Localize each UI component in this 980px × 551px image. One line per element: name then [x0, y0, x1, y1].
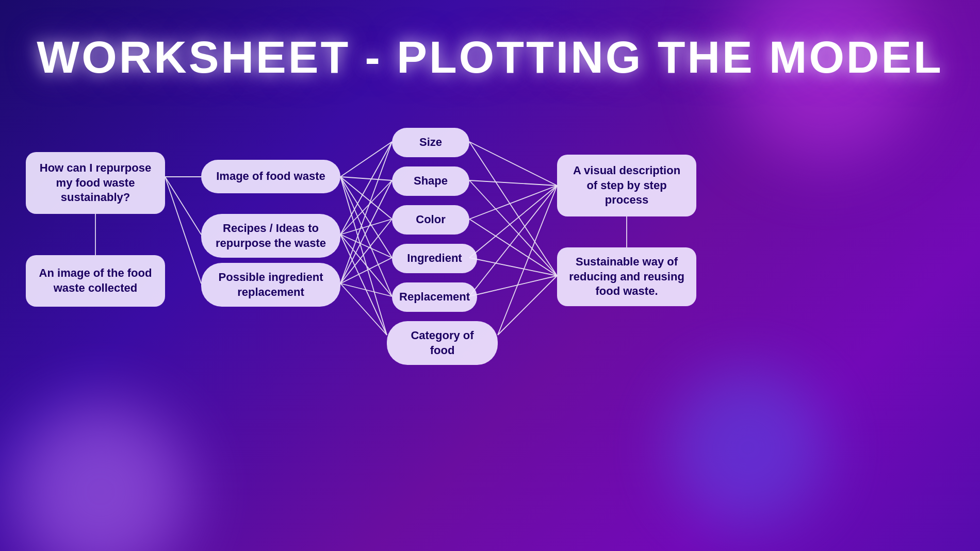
- svg-line-16: [340, 142, 392, 283]
- svg-line-19: [340, 258, 392, 283]
- svg-line-33: [498, 276, 557, 335]
- svg-line-29: [469, 180, 557, 276]
- svg-line-20: [340, 283, 392, 296]
- svg-line-4: [340, 142, 392, 177]
- bg-blob-pink2: [10, 402, 191, 551]
- svg-line-23: [469, 180, 557, 186]
- svg-line-14: [340, 235, 392, 296]
- recipes-node: Recipes / Ideas to repurpose the waste: [201, 214, 340, 258]
- svg-line-30: [469, 219, 557, 276]
- color-node: Color: [392, 205, 469, 235]
- svg-line-15: [340, 235, 387, 335]
- svg-line-32: [469, 276, 557, 296]
- svg-line-9: [340, 177, 387, 335]
- svg-line-26: [469, 186, 557, 296]
- svg-line-31: [469, 258, 557, 276]
- svg-line-6: [340, 177, 392, 219]
- size-node: Size: [392, 128, 469, 157]
- sustainable-node: Sustainable way of reducing and reusing …: [557, 247, 696, 306]
- svg-line-3: [165, 177, 201, 283]
- image-waste-node: Image of food waste: [201, 160, 340, 193]
- svg-line-12: [340, 219, 392, 235]
- svg-line-7: [340, 177, 392, 258]
- svg-line-24: [469, 186, 557, 219]
- svg-line-17: [340, 180, 392, 283]
- svg-line-8: [340, 177, 392, 296]
- visual-node: A visual description of step by step pro…: [557, 155, 696, 216]
- svg-line-5: [340, 177, 392, 180]
- ingredient-node: Ingredient: [392, 244, 477, 273]
- svg-line-21: [340, 283, 387, 335]
- svg-line-11: [340, 180, 392, 235]
- svg-line-22: [469, 142, 557, 186]
- shape-node: Shape: [392, 166, 469, 196]
- svg-line-2: [165, 177, 201, 235]
- bg-blob-blue: [671, 371, 825, 525]
- replacement-node: Replacement: [392, 282, 477, 312]
- question-node: How can I repurpose my food waste sustai…: [26, 152, 165, 214]
- svg-line-10: [340, 142, 392, 235]
- possible-node: Possible ingredient replacement: [201, 263, 340, 307]
- svg-line-28: [469, 142, 557, 276]
- page-title: WORKSHEET - PLOTTING THE MODEL: [0, 31, 980, 84]
- svg-line-27: [498, 186, 557, 335]
- image-collected-node: An image of the food waste collected: [26, 255, 165, 307]
- svg-line-25: [469, 186, 557, 258]
- svg-line-13: [340, 235, 392, 258]
- category-node: Category of food: [387, 321, 498, 365]
- svg-line-18: [340, 219, 392, 283]
